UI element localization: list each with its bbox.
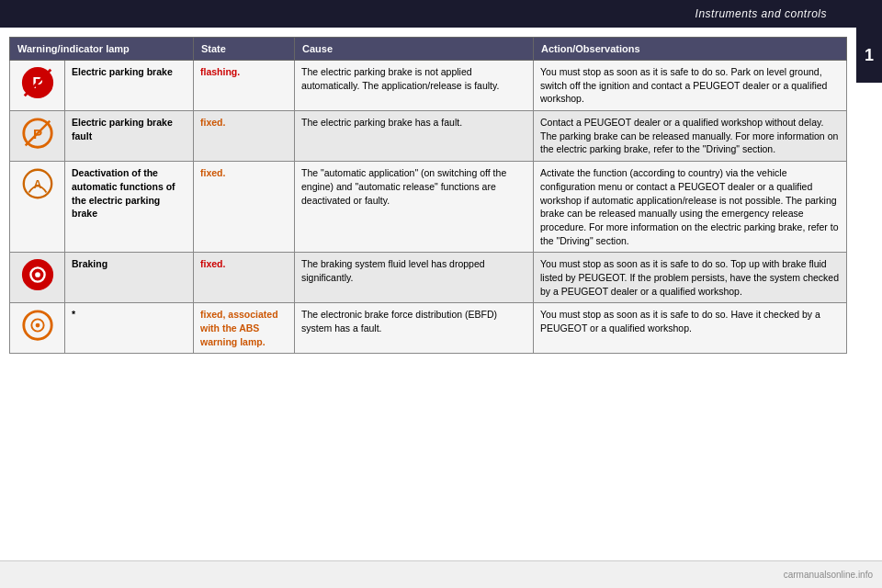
epb-orange-icon: P <box>17 116 58 154</box>
icon-cell: P <box>10 111 65 162</box>
lamp-cause: The electric parking brake has a fault. <box>295 111 534 162</box>
col-header-lamp: Warning/indicator lamp <box>10 38 194 61</box>
bottom-bar: carmanualsonline.info <box>0 560 882 588</box>
icon-cell: P <box>10 61 65 111</box>
table-row: P Electric parking brake fault fixed. Th… <box>10 111 847 162</box>
lamp-action: You must stop as soon as it is safe to d… <box>534 61 847 111</box>
lamp-state: fixed. <box>194 111 295 162</box>
lamp-name: Deactivation of the automatic functions … <box>65 162 194 253</box>
table-row: P Electric parking brake flashing. The e… <box>10 61 847 111</box>
header-title: Instruments and controls <box>695 7 827 20</box>
lamp-action: Activate the function (according to coun… <box>534 162 847 253</box>
lamp-name: Electric parking brake fault <box>65 111 194 162</box>
lamp-cause: The electric parking brake is not applie… <box>295 61 534 111</box>
icon-cell <box>10 303 65 354</box>
lamp-cause: The braking system fluid level has dropp… <box>295 253 534 303</box>
lamp-action: You must stop as soon as it is safe to d… <box>534 303 847 354</box>
braking-red-icon <box>17 257 58 296</box>
auto-deact-icon: A <box>17 166 58 205</box>
lamp-name: Electric parking brake <box>65 61 194 111</box>
main-content: Warning/indicator lamp State Cause Actio… <box>0 28 856 560</box>
header-bar: Instruments and controls <box>0 0 882 28</box>
lamp-state: fixed, associated with the ABS warning l… <box>194 303 295 354</box>
svg-line-5 <box>25 121 50 146</box>
watermark-text: carmanualsonline.info <box>784 570 873 580</box>
lamp-action: You must stop as soon as it is safe to d… <box>534 253 847 303</box>
svg-text:A: A <box>33 178 41 191</box>
lamp-name: Braking <box>65 253 194 303</box>
table-row: A Deactivation of the automatic function… <box>10 162 847 253</box>
svg-point-13 <box>35 323 40 328</box>
lamp-action: Contact a PEUGEOT dealer or a qualified … <box>534 111 847 162</box>
col-header-action: Action/Observations <box>534 38 847 61</box>
info-table: Warning/indicator lamp State Cause Actio… <box>9 37 847 354</box>
lamp-cause: The "automatic application" (on switchin… <box>295 162 534 253</box>
tab-indicator: 1 <box>856 28 882 83</box>
table-header-row: Warning/indicator lamp State Cause Actio… <box>10 38 847 61</box>
table-row: Braking fixed. The braking system fluid … <box>10 253 847 303</box>
ebd-orange-icon <box>17 308 58 346</box>
lamp-name: * <box>65 303 194 354</box>
icon-cell <box>10 253 65 303</box>
lamp-state: fixed. <box>194 162 295 253</box>
lamp-state: flashing. <box>194 61 295 111</box>
epb-red-icon: P <box>17 65 58 104</box>
svg-point-10 <box>35 272 40 277</box>
col-header-cause: Cause <box>295 38 534 61</box>
lamp-cause: The electronic brake force distribution … <box>295 303 534 354</box>
lamp-state: fixed. <box>194 253 295 303</box>
table-row: * fixed, associated with the ABS warning… <box>10 303 847 354</box>
col-header-state: State <box>194 38 295 61</box>
icon-cell: A <box>10 162 65 253</box>
